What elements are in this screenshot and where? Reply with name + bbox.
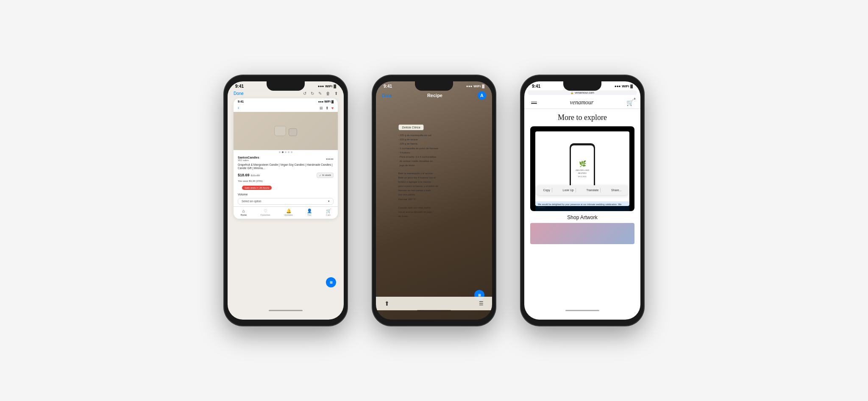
signal-icon: ●●●	[466, 84, 473, 88]
invitation-card: 🌿 DELFINA AND MATTEO 09.11.2021 Copy Loo…	[530, 126, 634, 211]
recipe-nav: Done Recipe A	[376, 89, 492, 102]
inner-time: 9:41	[238, 100, 244, 103]
cart-button[interactable]: 🛒 0	[626, 99, 634, 106]
recipe-instructions: Batir la mantequilla y el azúcar. Batir …	[398, 171, 473, 218]
price-row: $18.69 $21.99 ✓ In stock	[234, 171, 338, 179]
notch	[415, 81, 453, 91]
price-current: $18.69	[238, 173, 250, 177]
volume-section: Volume	[234, 192, 338, 197]
look-up-button[interactable]: Look Up	[561, 188, 576, 192]
undo-icon[interactable]: ↺	[303, 91, 306, 96]
wifi-icon: WiFi	[622, 84, 629, 88]
translate-button[interactable]: Translate	[584, 188, 601, 192]
recipe-ingredients: - 225 g de mantequilla sin sal - 225 g d…	[398, 133, 473, 168]
tab-updates[interactable]: 🔔 Updates	[284, 209, 293, 216]
share-icon[interactable]: ⬆	[334, 91, 338, 96]
live-text-button[interactable]: ⊞	[326, 277, 336, 287]
candle-jar-large	[274, 126, 286, 136]
dot-active	[282, 151, 284, 153]
candle-jar-small	[289, 128, 297, 136]
site-nav-bar: venamour 🛒 0	[524, 96, 640, 109]
status-icons: ●●● WiFi ▓	[318, 84, 336, 88]
tab-updates-label: Updates	[284, 214, 293, 216]
tab-home[interactable]: ⌂ Home	[240, 209, 247, 216]
tab-home-label: Home	[240, 214, 247, 216]
inner-wifi: WiFi	[324, 100, 331, 103]
notebook: Delicia Cítrica - 225 g de mantequilla s…	[391, 115, 477, 118]
done-button[interactable]: Done	[382, 93, 392, 98]
signal-icon: ●●●	[318, 84, 324, 88]
phone1-nav: Done ↺ ↻ ✎ 🗑 ⬆	[228, 89, 344, 98]
share-icon[interactable]: ⬆	[326, 106, 329, 110]
inner-tab-bar: ⌂ Home ♡ Favorites 🔔 Updates 👤 You 🛒	[234, 206, 338, 219]
url-text: venamour.com	[575, 91, 594, 94]
notch	[563, 81, 601, 91]
site-logo: venamour	[570, 99, 594, 106]
shop-name: SantosCandles	[238, 156, 259, 159]
screen-icon[interactable]: ⊞	[320, 106, 323, 110]
context-menu: Copy Look Up Translate Share...	[535, 185, 629, 195]
battery-icon: ▓	[334, 84, 336, 88]
back-icon[interactable]: ‹	[238, 106, 239, 110]
inner-phone-screenshot: 9:41 ●●● WiFi ▓ ‹ ⊞ ⬆ ♥	[234, 98, 338, 219]
selected-text: We would be delighted by your presence a…	[535, 201, 629, 211]
tab-you[interactable]: 👤 You	[307, 209, 312, 216]
hamburger-menu[interactable]	[531, 102, 537, 104]
phone-shopping: 9:41 ●●● WiFi ▓ Done ↺ ↻ ✎ 🗑 ⬆ 9:41	[224, 75, 347, 326]
share-button[interactable]: ⬆	[384, 300, 389, 307]
status-icons: ●●● WiFi ▓	[615, 84, 633, 88]
heart-icon: ♡	[264, 209, 267, 213]
person-icon: 👤	[307, 209, 312, 213]
status-time: 9:41	[384, 84, 392, 89]
inner-status-bar: 9:41 ●●● WiFi ▓	[234, 98, 338, 104]
price-original: $21.99	[251, 174, 260, 177]
image-dots	[234, 150, 338, 154]
site-content: More to explore 🌿 DELFINA AND MATTEO 09.…	[524, 109, 640, 248]
shop-sales: 382 sales	[238, 159, 259, 162]
notch	[267, 81, 305, 91]
phone-venamour: 9:41 ●●● WiFi ▓ 🔒 venamour.com venamour …	[521, 75, 644, 326]
cart-badge: 0	[634, 97, 635, 100]
trash-icon[interactable]: 🗑	[326, 91, 330, 96]
copy-button[interactable]: Copy	[541, 188, 552, 192]
battery-icon: ▓	[630, 84, 633, 88]
home-indicator	[417, 310, 451, 311]
status-icons: ●●● WiFi ▓	[466, 84, 484, 88]
wedding-names: DELFINA AND MATTEO	[573, 169, 592, 175]
home-icon: ⌂	[242, 209, 245, 213]
select-placeholder: Select an option	[242, 200, 262, 203]
tab-cart[interactable]: 🛒 Cart	[326, 209, 331, 216]
dot	[291, 151, 292, 153]
cart-icon: 🛒	[626, 99, 634, 106]
candle-image	[274, 126, 297, 136]
wifi-icon: WiFi	[473, 84, 481, 88]
in-stock-text: In stock	[322, 174, 331, 176]
hamburger-line	[531, 103, 537, 104]
pencil-icon[interactable]: ✎	[318, 91, 322, 96]
chevron-down-icon: ▾	[328, 200, 330, 203]
redo-icon[interactable]: ↻	[311, 91, 314, 96]
status-time: 9:41	[235, 84, 244, 89]
nav-icons: ↺ ↻ ✎ 🗑 ⬆	[303, 91, 338, 96]
hamburger-line	[531, 102, 537, 103]
shop-artwork-label: Shop Artwork	[530, 214, 634, 220]
tab-favorites[interactable]: ♡ Favorites	[261, 209, 270, 216]
shop-info: SantosCandles 382 sales ●●●●●	[234, 154, 338, 162]
wifi-icon: WiFi	[325, 84, 332, 88]
live-text-icon: ⊞	[330, 281, 333, 284]
dot	[279, 151, 281, 153]
list-button[interactable]: ☰	[479, 301, 484, 306]
product-image	[234, 112, 338, 150]
selected-text-content: We would be delighted by your presence a…	[538, 203, 621, 209]
share-button[interactable]: Share...	[609, 188, 623, 192]
done-button[interactable]: Done	[234, 91, 244, 96]
select-option-dropdown[interactable]: Select an option ▾	[238, 198, 334, 205]
translate-button[interactable]: A	[478, 91, 486, 100]
url-bar[interactable]: 🔒 venamour.com	[528, 90, 637, 95]
notebook-content: Delicia Cítrica - 225 g de mantequilla s…	[393, 117, 479, 225]
heart-icon[interactable]: ♥	[331, 106, 334, 110]
status-time: 9:41	[532, 84, 540, 89]
bottom-toolbar: ⬆ ☰	[376, 297, 492, 310]
section-heading: More to explore	[530, 113, 634, 122]
sale-badge: Sale ends in 28 hours	[242, 186, 272, 190]
